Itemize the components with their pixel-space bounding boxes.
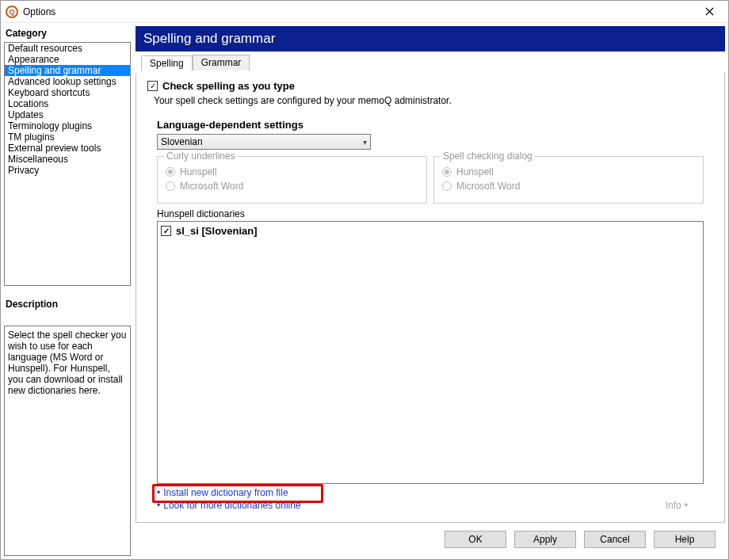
close-button[interactable]: [692, 1, 727, 23]
dialog-hunspell-radio: [442, 167, 452, 177]
dialog-word-radio: [442, 181, 452, 191]
curly-legend: Curly underlines: [164, 150, 238, 162]
lookup-dictionaries-link[interactable]: • Look for more dictionaries online: [157, 500, 704, 511]
dialog-legend: Spell checking dialog: [441, 150, 535, 162]
cancel-button[interactable]: Cancel: [584, 531, 646, 548]
curly-hunspell-radio: [166, 167, 175, 177]
category-item[interactable]: Updates: [5, 109, 130, 120]
category-item[interactable]: External preview tools: [5, 143, 130, 154]
curly-word-label: Microsoft Word: [180, 181, 243, 192]
category-item[interactable]: Locations: [5, 98, 130, 109]
options-window: Q Options Category Default resources App…: [0, 0, 729, 560]
window-title: Options: [23, 6, 55, 17]
category-item[interactable]: Keyboard shortcuts: [5, 87, 130, 98]
description-heading: Description: [4, 297, 131, 313]
bullet-icon: •: [685, 500, 688, 511]
tab-panel: Spelling Grammar ✓ Check spelling as you…: [135, 72, 725, 523]
bullet-icon: •: [157, 500, 160, 511]
dictionary-checkbox[interactable]: ✓: [161, 226, 171, 236]
dictionary-list[interactable]: ✓ sl_si [Slovenian]: [157, 221, 704, 484]
dictionary-label: sl_si [Slovenian]: [176, 225, 258, 237]
help-button[interactable]: Help: [654, 531, 716, 548]
category-item[interactable]: Miscellaneous: [5, 154, 130, 165]
admin-hint: Your spell check settings are configured…: [154, 95, 713, 106]
apply-button[interactable]: Apply: [514, 531, 576, 548]
check-spelling-label: Check spelling as you type: [162, 80, 295, 92]
category-item[interactable]: Default resources: [5, 43, 130, 54]
category-heading: Category: [4, 26, 131, 42]
curly-underlines-group: Curly underlines Hunspell Microsoft Word: [157, 156, 427, 204]
sidebar: Category Default resources Appearance Sp…: [4, 26, 131, 556]
category-list[interactable]: Default resources Appearance Spelling an…: [4, 42, 131, 286]
ok-button[interactable]: OK: [445, 531, 506, 548]
page-title: Spelling and grammar: [135, 26, 725, 51]
language-value: Slovenian: [161, 136, 203, 147]
lang-dep-heading: Language-dependent settings: [157, 119, 713, 131]
category-item[interactable]: TM plugins: [5, 131, 130, 143]
footer: OK Apply Cancel Help: [135, 523, 725, 556]
install-dictionary-link[interactable]: • Install new dictionary from file: [157, 487, 704, 498]
dialog-word-label: Microsoft Word: [456, 181, 520, 192]
info-link[interactable]: Info •: [666, 500, 688, 511]
dialog-hunspell-label: Hunspell: [456, 166, 494, 177]
category-item[interactable]: Terminology plugins: [5, 120, 130, 131]
app-icon: Q: [6, 6, 18, 18]
curly-hunspell-label: Hunspell: [180, 166, 217, 177]
curly-word-radio: [166, 181, 175, 191]
dictionary-item[interactable]: ✓ sl_si [Slovenian]: [161, 225, 700, 237]
category-item[interactable]: Advanced lookup settings: [5, 76, 130, 87]
bullet-icon: •: [157, 487, 160, 498]
main: Spelling and grammar Spelling Grammar ✓ …: [135, 26, 725, 556]
check-spelling-checkbox[interactable]: ✓: [147, 81, 158, 91]
close-icon: [705, 7, 714, 16]
category-item[interactable]: Appearance: [5, 54, 130, 65]
hunspell-dict-heading: Hunspell dictionaries: [157, 208, 713, 219]
description-box: Select the spell checker you wish to use…: [4, 326, 131, 556]
category-item-selected[interactable]: Spelling and grammar: [5, 65, 130, 76]
chevron-down-icon: ▾: [363, 138, 367, 147]
spell-dialog-group: Spell checking dialog Hunspell Microsoft…: [433, 156, 704, 204]
category-item[interactable]: Privacy: [5, 165, 130, 176]
titlebar: Q Options: [1, 1, 728, 23]
tab-spelling[interactable]: Spelling: [141, 55, 193, 71]
language-select[interactable]: Slovenian ▾: [157, 134, 371, 150]
tab-grammar[interactable]: Grammar: [193, 55, 250, 70]
